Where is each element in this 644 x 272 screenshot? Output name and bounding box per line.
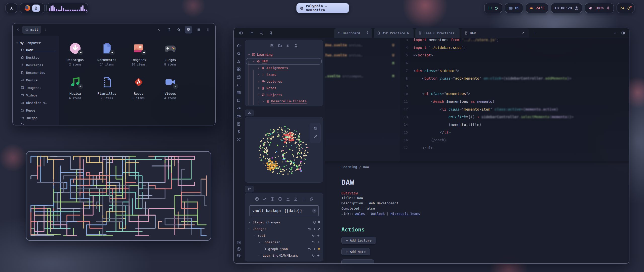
wand-button[interactable] (313, 134, 317, 140)
tray-weather[interactable]: 24°C (526, 3, 548, 13)
stage-icon[interactable] (317, 254, 320, 257)
stage-icon[interactable] (317, 234, 320, 237)
search-button[interactable] (175, 26, 182, 33)
back-button[interactable] (15, 26, 21, 33)
git-minus-circle-button[interactable] (278, 197, 283, 202)
git-pull-button[interactable] (294, 197, 298, 202)
tab-dashboard[interactable]: Dashboard (334, 28, 372, 38)
gear-button[interactable] (313, 126, 317, 131)
dollar-icon[interactable] (236, 129, 241, 134)
git-row-staged-changes[interactable]: Staged Changes0 (245, 219, 323, 226)
sidebar-item-descargas[interactable]: Descargas (13, 61, 59, 69)
new-file-button[interactable] (165, 26, 173, 33)
chevron-down-icon[interactable] (613, 31, 617, 35)
grid-icon[interactable] (236, 67, 241, 72)
action-button-clipped[interactable] (341, 259, 374, 263)
firefox-icon[interactable] (25, 5, 30, 11)
sidebar-item-videos[interactable]: Videos (13, 91, 59, 99)
folder-videos[interactable]: Videos4 items (154, 73, 186, 107)
stage-icon[interactable] (313, 227, 316, 230)
stage-icon[interactable] (317, 241, 320, 244)
tree-item-exams[interactable]: Exams (245, 72, 323, 78)
sidebar-item-repos[interactable]: Repos (13, 107, 59, 114)
codepct-icon[interactable] (236, 106, 241, 111)
tray-notifications[interactable]: 24 (617, 3, 634, 13)
tree-item-notes[interactable]: Notes (245, 85, 323, 92)
forward-button[interactable] (42, 26, 49, 33)
search-icon[interactable] (236, 51, 241, 56)
new-tab-button[interactable] (532, 29, 539, 37)
folder-musica[interactable]: Musica6 items (59, 73, 91, 107)
tray-updates[interactable]: 11 (484, 3, 502, 13)
collapse-button[interactable] (294, 44, 298, 49)
folder-documentos[interactable]: Documentos14 items (91, 40, 123, 73)
folder-descargas[interactable]: Descargas2 items (59, 40, 91, 73)
sidebar-toggle[interactable] (238, 30, 244, 36)
sidebar-item-musica[interactable]: Musica (13, 76, 59, 84)
breadcrumb[interactable]: matt (22, 26, 41, 34)
nodes-icon[interactable] (236, 59, 241, 64)
calendar-icon[interactable] (236, 75, 241, 79)
note-breadcrumb[interactable]: Learning / DAW (341, 165, 629, 169)
fileq-icon[interactable] (236, 122, 241, 126)
tab-asp-practice-6[interactable]: ASP Practice 6 (374, 28, 414, 38)
clear-message-button[interactable] (312, 209, 316, 213)
link-microsoft-teams[interactable]: Microsoft Teams (391, 212, 420, 216)
folder-plantillas[interactable]: Plantillas7 items (91, 73, 123, 107)
folder-juegos[interactable]: Juegos8 items (154, 40, 186, 73)
search-toggle[interactable] (258, 30, 264, 36)
gamepad-icon[interactable] (236, 114, 241, 118)
tree-item-subjects[interactable]: Subjects (245, 91, 323, 98)
git-push-button[interactable] (286, 197, 290, 202)
bookmark-toggle[interactable] (267, 30, 274, 36)
stage-icon[interactable] (313, 247, 316, 251)
graph-panel-tab[interactable] (245, 110, 254, 116)
home-icon[interactable] (236, 44, 241, 48)
folder-plus-button[interactable] (278, 44, 282, 49)
sidebar-item-obsidianv[interactable]: Obsidian V… (13, 99, 59, 107)
right-sidebar-toggle-icon[interactable] (621, 31, 625, 35)
now-playing-widget[interactable]: Polyphia - Neurotica (296, 3, 349, 13)
close-tab-button[interactable] (522, 31, 526, 35)
tree-item-daw[interactable]: DAW (245, 58, 323, 65)
action-button--add-note[interactable]: + Add Note (341, 248, 370, 255)
commit-message-input[interactable] (250, 205, 318, 216)
sidebar-item-desktop[interactable]: Desktop (13, 54, 59, 61)
git-plus-circle-button[interactable] (270, 197, 275, 202)
discard-icon[interactable] (312, 234, 315, 237)
action-button--add-lecture[interactable]: + Add Lecture (341, 237, 376, 244)
sidebar-item-clipped[interactable] (13, 121, 59, 125)
tree-item-lectures[interactable]: Lectures (245, 78, 323, 85)
gear-icon[interactable] (236, 253, 241, 258)
vault-icon[interactable] (236, 240, 241, 245)
book-icon[interactable] (236, 98, 241, 103)
git-row--obsidian[interactable]: .obsidian (245, 239, 323, 246)
list-view-button[interactable] (194, 26, 202, 33)
git-row-graph-json[interactable]: graph.jsonM (245, 246, 323, 252)
code-lines[interactable]: 3import mementoes from '../../store.js';… (400, 38, 629, 152)
edit-button[interactable] (270, 44, 274, 49)
tree-item-desarrollo-cliente[interactable]: Desarrollo-Cliente (245, 98, 323, 105)
tree-item-assignments[interactable]: Assignments (245, 65, 323, 72)
tray-audio[interactable]: 100% (585, 3, 614, 13)
sidebar-item-documentos[interactable]: Documentos (13, 69, 59, 76)
tray-clock[interactable]: 18:08:28 (551, 3, 582, 13)
git-row-root[interactable]: root (245, 232, 323, 239)
git-panel-tab[interactable] (245, 186, 254, 192)
discard-icon[interactable] (312, 241, 315, 244)
discard-icon[interactable] (308, 247, 311, 251)
document-app-icon[interactable] (32, 5, 40, 12)
sort-button[interactable] (286, 44, 290, 49)
git-row-changes[interactable]: Changes2 (245, 226, 323, 232)
sidebar-item-home[interactable]: Home (13, 46, 59, 54)
tools-icon[interactable] (236, 137, 241, 142)
git-check-button[interactable] (262, 197, 267, 202)
tray-keyboard[interactable]: US (505, 3, 523, 13)
link-outlook[interactable]: Outlook (371, 212, 385, 216)
tab-tema-6-pr-cticas-[interactable]: Tema 6 Prácticas -… (415, 28, 460, 38)
terminal-icon[interactable] (236, 83, 241, 87)
git-sync-button[interactable] (309, 197, 314, 202)
terminal-button[interactable] (155, 26, 163, 33)
sidebar-item-imagenes[interactable]: Imagenes (13, 84, 59, 91)
folder-imagenes[interactable]: Imagenes10 items (123, 40, 154, 73)
